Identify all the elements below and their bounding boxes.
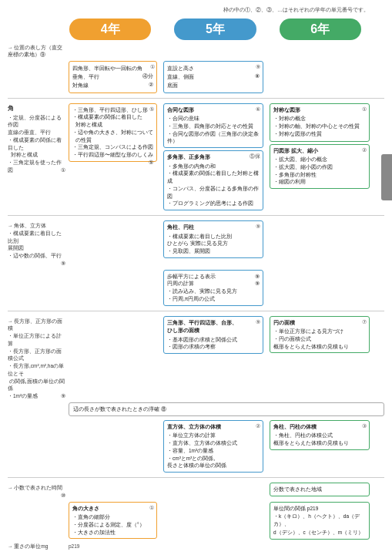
row-volume: ② 直方体、立方体の体積 ・単位立方体の計算 ・直方体、立方体の体積公式 ・容量… bbox=[8, 420, 384, 473]
prism-volume-box: ③ 角柱、円柱の体積 ・角柱、円柱の体積公式 概形をとらえた体積の見積もり bbox=[270, 420, 370, 450]
year-6-badge: 6年 bbox=[280, 18, 361, 40]
row-solid: → 角体、立方体 ・構成要素に着目した比別 展開図 ・辺や数の関係、平行⑨ ⑨ … bbox=[8, 220, 384, 267]
enlargement-box: ② 円図形 拡大、縮小 ・拡大図、縮小の概念 ・拡大図、縮小図の作図 ・多角形の… bbox=[270, 144, 370, 190]
angle-size-boxes: ① 角の大きさ ・直角の細部分 ・分度器による測定、度（°） ・大きさの加法性 … bbox=[69, 502, 384, 540]
angle-size-left bbox=[8, 502, 65, 503]
row-decimal-time: → 小数で表された時間⑩ 分数で表された地域 bbox=[8, 483, 384, 500]
decimal-time-boxes: 分数で表された地域 bbox=[69, 483, 384, 496]
circle-area-box: ⑦ 円の面積 ・単位正方形による見方づけ ・円の面積公式 概形をとらえた体積の見… bbox=[270, 316, 370, 354]
main-content: → 位置の表し方（直交座標の素地）⑨ 四角形、半回転や一回転の角① 垂角、平行④… bbox=[8, 43, 384, 555]
circumference-box: 歩幅平方による表示⑨ 円周の計算⑨ ・読み込み、実際に見る見方 ・円周,π円周の… bbox=[163, 270, 263, 306]
row-circle: 歩幅平方による表示⑨ 円周の計算⑨ ・読み込み、実際に見る見方 ・円周,π円周の… bbox=[8, 270, 384, 306]
col4-angle-box: ⑤ ・三角形、平行四辺形、ひし形 ・構成要素の関係に着目した 対称と構成 ・辺や… bbox=[69, 103, 157, 162]
solid-left-label: → 角体、立方体 ・構成要素に着目した比別 展開図 ・辺や数の関係、平行⑨ bbox=[8, 220, 65, 267]
col6-fraction: 分数で表された地域 bbox=[270, 483, 370, 496]
col5-height: 直設と高さ⑨ 直線、側面⑧ 底面 bbox=[163, 61, 263, 93]
col6-volume: ③ 角柱、円柱の体積 ・角柱、円柱の体積公式 概形をとらえた体積の見積もり bbox=[270, 420, 370, 450]
shapes-left-label bbox=[8, 61, 65, 62]
col5-volume: ② 直方体、立方体の体積 ・単位立方体の計算 ・直方体、立方体の体積公式 ・容量… bbox=[163, 420, 263, 473]
edge-length-label bbox=[8, 402, 65, 404]
year-5-badge: 5年 bbox=[174, 18, 256, 40]
right-tab bbox=[381, 154, 392, 200]
angle-left-label: 角 ・定規、分度器による作図 直線の垂直、平行 ・構成要素の関係に着目した 対称… bbox=[8, 103, 65, 174]
area-formulas-box: ⑨ 三角形、平行四辺形、台形、ひし形の面積 ・基本図形の求積と関係公式 ・図形の… bbox=[163, 316, 263, 355]
year-headers: 4年 5年 6年 bbox=[8, 18, 384, 40]
row-angles: 角 ・定規、分度器による作図 直線の垂直、平行 ・構成要素の関係に着目した 対称… bbox=[8, 103, 384, 211]
position-label: → 位置の表し方（直交座標の素地）⑨ bbox=[8, 43, 65, 59]
area-left-label: → 長方形、正方形の面積 ・単位正方形による計算 ・長方形、正方形の面積公式 ・… bbox=[8, 316, 65, 400]
volume-boxes: ② 直方体、立方体の体積 ・単位立方体の計算 ・直方体、立方体の体積公式 ・容量… bbox=[69, 420, 384, 473]
quadrilateral-box: 四角形、半回転や一回転の角① 垂角、平行④分 対角線② bbox=[69, 61, 157, 93]
angle-size-box: ① 角の大きさ ・直角の細部分 ・分度器による測定、度（°） ・大きさの加法性 bbox=[69, 502, 157, 540]
decimal-time-label: → 小数で表された時間⑩ bbox=[8, 483, 65, 500]
shapes-boxes: 四角形、半回転や一回転の角① 垂角、平行④分 対角線② 直設と高さ⑨ 直線、側面… bbox=[69, 61, 384, 93]
polygon-box: ⑤保 多角形、正多角形 ・多角形の内角の和 ・構成要素の関係に着目した対称と構成… bbox=[163, 150, 263, 210]
solid-boxes: ⑨ 角柱、円柱 ・構成要素に着目した比別 ひとがら 実際に見る見方 ・見取図、展… bbox=[69, 220, 384, 258]
cuboid-volume-box: ② 直方体、立方体の体積 ・単位立方体の計算 ・直方体、立方体の体積公式 ・容量… bbox=[163, 420, 263, 473]
volume-left-label bbox=[8, 420, 65, 422]
height-box: 直設と高さ⑨ 直線、側面⑧ 底面 bbox=[163, 61, 263, 93]
col6-circle-area: ⑦ 円の面積 ・単位正方形による見方づけ ・円の面積公式 概形をとらえた体積の見… bbox=[270, 316, 370, 354]
area-boxes: ⑨ 三角形、平行四辺形、台形、ひし形の面積 ・基本図形の求積と関係公式 ・図形の… bbox=[69, 316, 384, 355]
col5-circumference: 歩幅平方による表示⑨ 円周の計算⑨ ・読み込み、実際に見る見方 ・円周,π円周の… bbox=[163, 270, 263, 306]
col6-symmetric: ① 対称な図形 ・対称の概念 ・対称の軸、対称の中心とその性質 ・対称な図形の性… bbox=[270, 103, 370, 190]
row-angle-size: ① 角の大きさ ・直角の細部分 ・分度器による測定、度（°） ・大きさの加法性 … bbox=[8, 502, 384, 540]
col5-prism: ⑨ 角柱、円柱 ・構成要素に着目した比別 ひとがら 実際に見る見方 ・見取図、展… bbox=[163, 220, 263, 258]
row-edge-length: 辺の長さが数で表されたときの淳確 ⑧ bbox=[8, 402, 384, 418]
col5-congruent: ⑥ 合同な図形 ・合同の意味 ・三角形、四角形の対応とその性質 ・合同な図形の作… bbox=[163, 103, 263, 211]
col4-angle-size: ① 角の大きさ ・直角の細部分 ・分度器による測定、度（°） ・大きさの加法性 bbox=[69, 502, 157, 540]
row-weight-unit: → 重さの単位mg p219 bbox=[8, 542, 384, 555]
col5-area: ⑨ 三角形、平行四辺形、台形、ひし形の面積 ・基本図形の求積と関係公式 ・図形の… bbox=[163, 316, 263, 355]
circle-left-label bbox=[8, 270, 65, 271]
row-area: → 長方形、正方形の面積 ・単位正方形による計算 ・長方形、正方形の面積公式 ・… bbox=[8, 316, 384, 400]
weight-unit-label: → 重さの単位mg bbox=[8, 542, 65, 550]
top-note: 枠の中の①、②、③、…はそれぞれの学年の単元番号です。 bbox=[8, 6, 384, 14]
symmetric-box: ① 対称な図形 ・対称の概念 ・対称の軸、対称の中心とその性質 ・対称な図形の性… bbox=[270, 103, 370, 142]
col6-units: 単位間の関係 p219 ・k（キロ）、h（ヘクト）、da（デカ）、 d（デシ）、… bbox=[270, 502, 370, 540]
edge-length-span-box: 辺の長さが数で表されたときの淳確 ⑧ bbox=[69, 402, 384, 416]
row-shapes-basic: 四角形、半回転や一回転の角① 垂角、平行④分 対角線② 直設と高さ⑨ 直線、側面… bbox=[8, 61, 384, 93]
congruent-box: ⑥ 合同な図形 ・合同の意味 ・三角形、四角形の対応とその性質 ・合同な図形の作… bbox=[163, 103, 263, 149]
prism-box: ⑨ 角柱、円柱 ・構成要素に着目した比別 ひとがら 実際に見る見方 ・見取図、展… bbox=[163, 220, 263, 258]
weight-unit-boxes: p219 bbox=[69, 542, 384, 549]
year-4-badge: 4年 bbox=[69, 18, 151, 40]
col4-angles: ⑤ ・三角形、平行四辺形、ひし形 ・構成要素の関係に着目した 対称と構成 ・辺や… bbox=[69, 103, 157, 166]
col4-quadrilateral: 四角形、半回転や一回転の角① 垂角、平行④分 対角線② bbox=[69, 61, 157, 93]
circle-boxes: 歩幅平方による表示⑨ 円周の計算⑨ ・読み込み、実際に見る見方 ・円周,π円周の… bbox=[69, 270, 384, 306]
row-position: → 位置の表し方（直交座標の素地）⑨ bbox=[8, 43, 384, 59]
angle-boxes: ⑤ ・三角形、平行四辺形、ひし形 ・構成要素の関係に着目した 対称と構成 ・辺や… bbox=[69, 103, 384, 211]
